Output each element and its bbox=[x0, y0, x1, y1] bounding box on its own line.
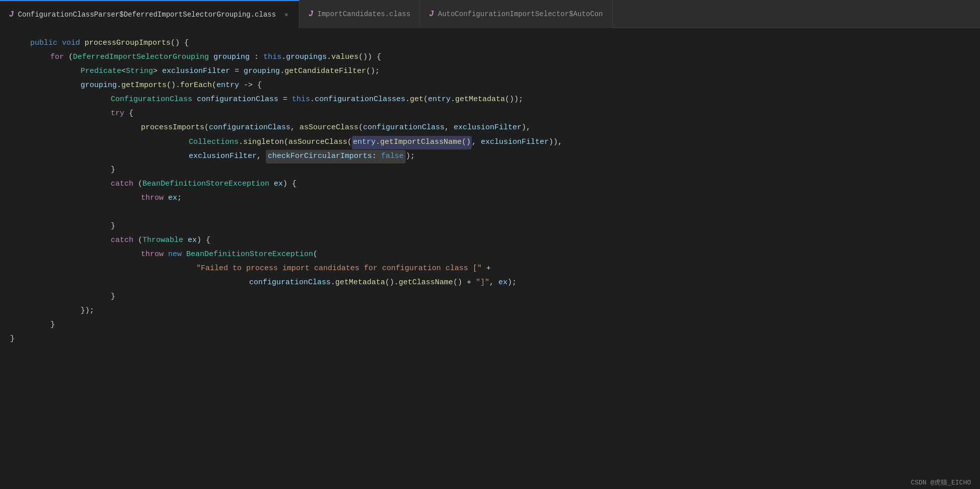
tab-label-1: ConfigurationClassParser$DeferredImportS… bbox=[18, 11, 276, 19]
code-line-12: throw ex ; bbox=[10, 192, 980, 206]
code-line-6: try { bbox=[10, 108, 980, 122]
code-line-1: public void processGroupImports () { bbox=[10, 37, 980, 51]
code-line-8: Collections . singleton ( asSourceClass … bbox=[10, 136, 980, 150]
keyword-void: void bbox=[62, 37, 80, 50]
code-line-22: } bbox=[10, 333, 980, 347]
keyword-public: public bbox=[30, 37, 57, 50]
tab-bar: J ConfigurationClassParser$DeferredImpor… bbox=[0, 0, 980, 28]
code-line-7: processImports ( configurationClass , as… bbox=[10, 122, 980, 136]
code-line-10: } bbox=[10, 164, 980, 178]
code-line-21: } bbox=[10, 319, 980, 333]
code-line-2: for ( DeferredImportSelectorGrouping gro… bbox=[10, 51, 980, 65]
bottom-bar: CSDN @虎猫_EICHO bbox=[901, 476, 980, 489]
method-processGroupImports: processGroupImports bbox=[85, 37, 171, 50]
code-line-17: "Failed to process import candidates for… bbox=[10, 263, 980, 277]
footer-label: CSDN @虎猫_EICHO bbox=[911, 479, 971, 486]
code-line-20: }); bbox=[10, 305, 980, 319]
tab-label-3: AutoConfigurationImportSelector$AutoCon bbox=[438, 10, 603, 18]
code-line-9: exclusionFilter , checkForCircularImport… bbox=[10, 150, 980, 164]
code-line-19: } bbox=[10, 291, 980, 305]
tab-auto-configuration[interactable]: J AutoConfigurationImportSelector$AutoCo… bbox=[420, 0, 612, 28]
tab-import-candidates[interactable]: J ImportCandidates.class bbox=[299, 0, 420, 28]
code-line-14: } bbox=[10, 220, 980, 234]
code-line-11: catch ( BeanDefinitionStoreException ex … bbox=[10, 178, 980, 192]
code-line-5: ConfigurationClass configurationClass = … bbox=[10, 94, 980, 108]
code-line-15: catch ( Throwable ex ) { bbox=[10, 234, 980, 249]
tab-icon-2: J bbox=[309, 10, 314, 19]
code-line-13 bbox=[10, 206, 980, 220]
keyword-for: for bbox=[50, 51, 64, 64]
tab-icon-3: J bbox=[429, 10, 434, 19]
code-line-16: throw new BeanDefinitionStoreException ( bbox=[10, 249, 980, 263]
code-editor: public void processGroupImports () { for… bbox=[0, 28, 980, 356]
code-line-3: Predicate < String > exclusionFilter = g… bbox=[10, 65, 980, 79]
code-line-18: configurationClass . getMetadata (). get… bbox=[10, 277, 980, 291]
tab-configuration-class-parser[interactable]: J ConfigurationClassParser$DeferredImpor… bbox=[0, 0, 299, 28]
tab-label-2: ImportCandidates.class bbox=[318, 10, 411, 18]
tab-close-1[interactable]: ✕ bbox=[283, 10, 290, 19]
type-DeferredImportSelectorGrouping: DeferredImportSelectorGrouping bbox=[73, 51, 209, 64]
code-line-4: grouping . getImports (). forEach ( entr… bbox=[10, 79, 980, 94]
tab-icon-1: J bbox=[9, 10, 14, 19]
